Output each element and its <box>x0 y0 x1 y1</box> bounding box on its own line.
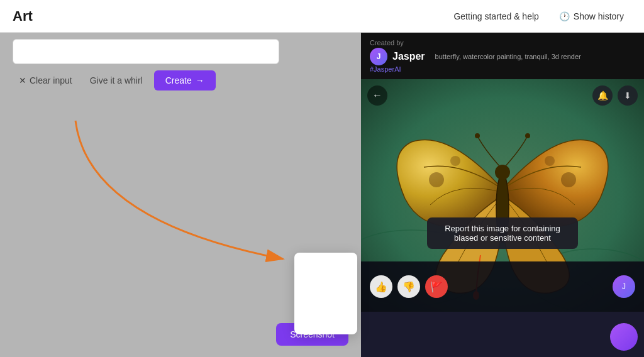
tooltip: Report this image for containing biased … <box>427 217 578 249</box>
svg-point-10 <box>429 172 444 187</box>
getting-started-button[interactable]: Getting started & help <box>446 8 546 25</box>
arrow-annotation <box>38 108 340 272</box>
svg-point-8 <box>525 133 530 138</box>
image-container: ← 🔔 ⬇ Report this image for containing b… <box>361 79 644 312</box>
arrow-svg <box>38 108 340 272</box>
download-button[interactable]: ⬇ <box>618 85 638 106</box>
svg-point-6 <box>495 165 510 180</box>
show-history-button[interactable]: 🕐 Show history <box>552 8 631 25</box>
give-whirl-button[interactable]: Give it a whirl <box>84 72 149 89</box>
top-action-buttons: 🔔 ⬇ <box>592 85 638 106</box>
svg-point-12 <box>561 172 576 187</box>
white-card <box>294 253 357 334</box>
username: Jasper <box>392 51 425 62</box>
header-actions: Getting started & help 🕐 Show history <box>446 8 631 25</box>
panel-bottom-bar: 👍 👎 🚩 J <box>361 261 644 312</box>
text-input[interactable] <box>13 39 279 64</box>
clear-input-button[interactable]: ✕ Clear input <box>13 72 79 89</box>
svg-point-7 <box>475 133 480 138</box>
svg-point-11 <box>450 156 460 166</box>
panel-user: J Jasper butterfly, watercolor painting,… <box>370 48 581 65</box>
avatar: J <box>370 48 387 65</box>
toolbar: ✕ Clear input Give it a whirl Create → <box>13 70 279 91</box>
input-area: ✕ Clear input Give it a whirl Create → <box>13 39 279 91</box>
reaction-buttons: 👍 👎 🚩 <box>370 275 448 298</box>
panel-user-info: Created by J Jasper butterfly, watercolo… <box>370 39 581 73</box>
arrow-icon: → <box>196 75 204 85</box>
image-panel: Created by J Jasper butterfly, watercolo… <box>361 33 644 357</box>
main-area: ✕ Clear input Give it a whirl Create → <box>0 33 644 357</box>
created-by-label: Created by <box>370 39 581 47</box>
logo: Art <box>13 8 33 25</box>
bookmark-button[interactable]: 🔔 <box>592 85 613 106</box>
like-button[interactable]: 👍 <box>370 275 392 298</box>
image-tags: butterfly, watercolor painting, tranquil… <box>435 53 581 60</box>
user-avatar: J <box>613 275 635 298</box>
back-button[interactable]: ← <box>367 85 387 106</box>
svg-point-13 <box>545 156 555 166</box>
clock-icon: 🕐 <box>559 11 570 21</box>
close-icon: ✕ <box>19 75 26 85</box>
create-button[interactable]: Create → <box>154 70 216 91</box>
purple-circle-button[interactable] <box>610 323 638 351</box>
panel-header: Created by J Jasper butterfly, watercolo… <box>361 33 644 79</box>
hashtag: #JasperAI <box>370 65 581 73</box>
flag-button[interactable]: 🚩 <box>425 275 448 298</box>
dislike-button[interactable]: 👎 <box>397 275 420 298</box>
header: Art Getting started & help 🕐 Show histor… <box>0 0 644 33</box>
